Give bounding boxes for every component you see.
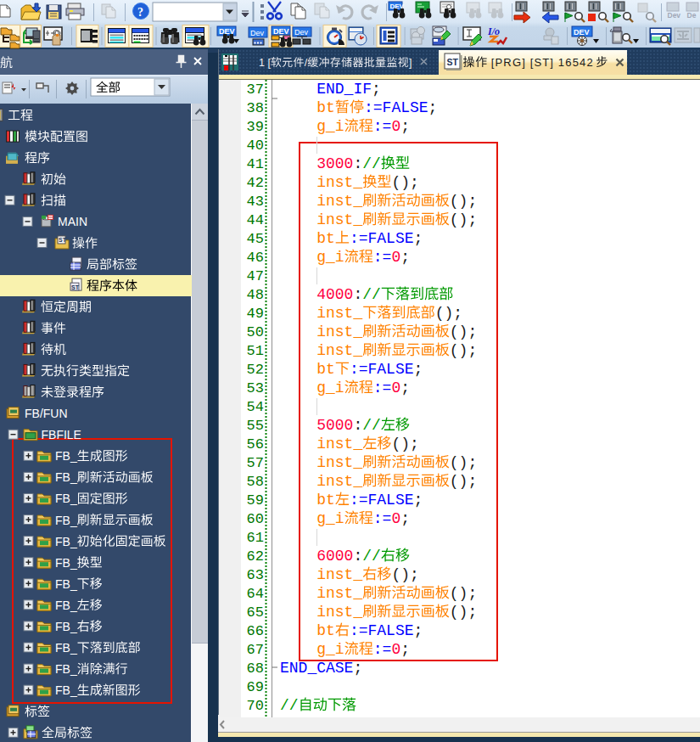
svg-text::: :: [353, 417, 362, 434]
svg-text:inst_: inst_: [316, 342, 362, 359]
svg-text:;: ;: [414, 622, 423, 639]
svg-text:43: 43: [247, 194, 264, 210]
svg-text:53: 53: [247, 380, 264, 396]
svg-text:4000: 4000: [316, 286, 353, 303]
svg-text::: :: [353, 548, 362, 565]
svg-text:ST: ST: [71, 284, 80, 290]
svg-text:FB_: FB_: [55, 577, 77, 591]
svg-text:41: 41: [247, 156, 264, 172]
svg-text::: :: [353, 155, 362, 172]
svg-text:56: 56: [247, 436, 264, 453]
svg-text:47: 47: [247, 268, 264, 284]
svg-text::=: :=: [373, 510, 392, 527]
svg-text:Dev: Dev: [294, 28, 309, 37]
svg-text:();: ();: [391, 566, 418, 583]
svg-text:66: 66: [247, 623, 264, 639]
svg-text:Dev: Dev: [250, 29, 265, 37]
svg-text:();: ();: [391, 436, 418, 453]
svg-text:;: ;: [353, 660, 362, 677]
svg-text:0: 0: [391, 249, 400, 266]
svg-text:39: 39: [247, 119, 264, 135]
svg-text:ST: ST: [59, 237, 67, 243]
svg-text::: :: [353, 286, 362, 303]
svg-text:g_i: g_i: [316, 641, 344, 658]
svg-text:68: 68: [247, 660, 264, 677]
svg-text://: //: [362, 548, 381, 565]
svg-text::=: :=: [350, 361, 368, 378]
svg-text:DEV: DEV: [574, 28, 590, 37]
svg-text:FB/FUN: FB/FUN: [25, 407, 68, 420]
svg-text:FALSE: FALSE: [368, 361, 414, 378]
svg-text::=: :=: [364, 99, 383, 116]
svg-text:Dev: Dev: [668, 11, 681, 20]
svg-text:g_i: g_i: [316, 379, 344, 396]
svg-text:49: 49: [247, 306, 264, 322]
svg-text:inst_: inst_: [316, 193, 362, 210]
svg-text:69: 69: [247, 679, 264, 695]
svg-text://: //: [280, 697, 299, 714]
svg-text:inst_: inst_: [316, 473, 362, 490]
svg-text:0: 0: [391, 118, 400, 135]
svg-text:55: 55: [247, 418, 264, 434]
svg-text:;: ;: [414, 492, 423, 509]
svg-text:44: 44: [247, 212, 264, 228]
svg-text:();: ();: [450, 454, 477, 471]
svg-text:inst_: inst_: [316, 305, 362, 322]
svg-text:();: ();: [450, 604, 477, 621]
svg-text:bt: bt: [316, 99, 335, 116]
svg-text:inst_: inst_: [316, 323, 362, 340]
svg-text:FALSE: FALSE: [368, 230, 414, 247]
svg-text:();: ();: [450, 342, 477, 359]
svg-text::=: :=: [350, 230, 368, 247]
svg-text:46: 46: [247, 250, 264, 266]
svg-text:;: ;: [400, 510, 410, 527]
svg-text:FB_: FB_: [55, 599, 77, 612]
svg-text:63: 63: [247, 567, 264, 583]
svg-text:inst_: inst_: [316, 211, 362, 228]
svg-text:inst_: inst_: [316, 585, 362, 602]
svg-text:;: ;: [428, 99, 438, 116]
svg-text:FB_: FB_: [55, 535, 77, 548]
svg-text:bt: bt: [316, 492, 335, 509]
svg-text:();: ();: [450, 323, 477, 340]
svg-text:;: ;: [400, 249, 410, 266]
svg-text:70: 70: [247, 698, 264, 714]
svg-text:g_i: g_i: [316, 249, 344, 266]
svg-text:;: ;: [372, 81, 381, 98]
svg-text:6000: 6000: [316, 548, 353, 565]
svg-text:inst_: inst_: [316, 436, 362, 453]
svg-text:54: 54: [247, 399, 264, 415]
svg-text:FB_: FB_: [55, 449, 77, 463]
svg-text:?: ?: [137, 6, 143, 19]
svg-text:58: 58: [247, 474, 264, 490]
svg-text:bt: bt: [316, 361, 335, 378]
svg-text:42: 42: [247, 175, 264, 191]
svg-text:38: 38: [247, 100, 264, 116]
svg-text:ST: ST: [447, 57, 459, 67]
svg-text:67: 67: [247, 642, 264, 658]
svg-text:bt: bt: [316, 622, 335, 639]
svg-text:0: 0: [391, 510, 400, 527]
svg-text:MAIN: MAIN: [58, 215, 87, 228]
svg-text::=: :=: [350, 492, 368, 509]
svg-text:60: 60: [247, 511, 264, 527]
svg-text:50: 50: [247, 324, 264, 340]
svg-text:DEV: DEV: [273, 27, 289, 36]
svg-text:De: De: [687, 11, 697, 20]
svg-text:64: 64: [247, 586, 264, 602]
svg-text:5000: 5000: [316, 417, 353, 434]
svg-text:FALSE: FALSE: [368, 492, 414, 509]
svg-text:FB_: FB_: [55, 514, 77, 527]
svg-text:();: ();: [450, 473, 477, 490]
svg-text:();: ();: [435, 305, 462, 322]
svg-text:FBFILE: FBFILE: [42, 428, 81, 441]
svg-text:62: 62: [247, 548, 264, 565]
svg-text:FB_: FB_: [55, 620, 77, 633]
svg-text:]: ]: [409, 57, 412, 69]
svg-text:inst_: inst_: [316, 566, 362, 583]
svg-text:48: 48: [247, 287, 264, 303]
svg-text:37: 37: [247, 82, 264, 98]
svg-text://: //: [362, 155, 381, 172]
svg-text:g_i: g_i: [316, 510, 344, 527]
svg-text:();: ();: [391, 174, 418, 191]
